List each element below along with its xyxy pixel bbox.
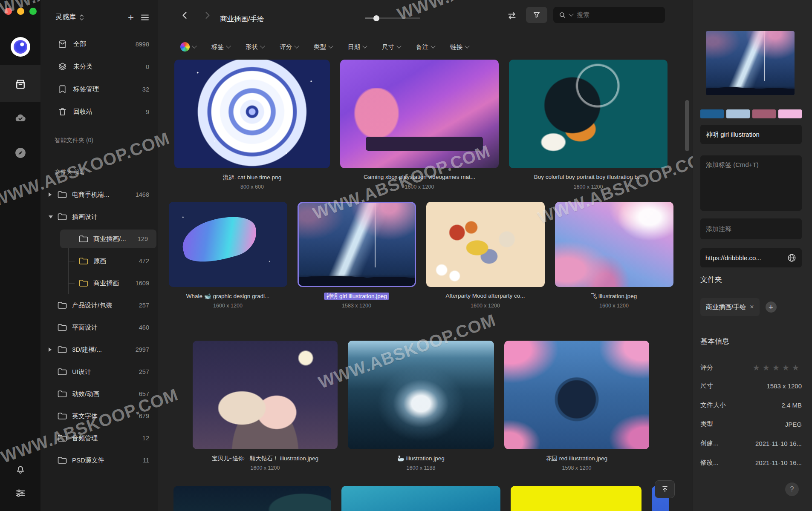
rating-stars[interactable]: ★★★★★ <box>753 363 802 373</box>
image-thumbnail[interactable] <box>555 202 673 287</box>
app-logo[interactable] <box>11 37 30 57</box>
palette-swatch[interactable] <box>778 109 802 118</box>
image-thumbnail[interactable] <box>509 60 668 168</box>
image-thumbnail[interactable] <box>173 486 331 511</box>
folder-tree-group: 商业插画/...129原画472商业插画1609 <box>68 230 158 294</box>
chevron-down-icon[interactable] <box>569 11 573 16</box>
image-thumbnail[interactable] <box>504 341 649 449</box>
grid-item <box>511 486 642 511</box>
image-filename: 神明 girl illustration.jpeg <box>298 293 416 302</box>
image-thumbnail[interactable] <box>341 486 500 511</box>
sidebar-item-all[interactable]: 全部8998 <box>40 33 158 55</box>
trash-icon <box>58 107 68 117</box>
remove-folder-icon[interactable]: × <box>750 303 754 311</box>
slider-knob[interactable] <box>373 15 379 21</box>
sidebar-item-trash[interactable]: 回收站9 <box>40 100 158 123</box>
folder-tree-item[interactable]: 英文字体679 <box>40 405 158 427</box>
image-dimensions: 1583 x 1200 <box>298 303 416 311</box>
zoom-window-button[interactable] <box>29 8 37 15</box>
filter-link[interactable]: 链接 <box>450 43 469 51</box>
folder-chip[interactable]: 商业插画/手绘 × <box>700 298 760 316</box>
add-to-folder-button[interactable]: + <box>766 301 777 313</box>
library-switcher[interactable]: 灵感库 + <box>40 0 158 22</box>
expand-arrow-icon[interactable] <box>49 347 52 352</box>
info-value: 2021-11-10 16... <box>755 459 802 466</box>
image-thumbnail[interactable] <box>340 60 499 168</box>
grid-item <box>341 486 500 511</box>
scroll-to-top-button[interactable] <box>655 480 675 498</box>
folder-tree-item[interactable]: 原画472 <box>69 250 158 272</box>
close-window-button[interactable] <box>5 8 12 15</box>
image-thumbnail[interactable] <box>193 341 338 449</box>
smart-folders-header[interactable]: 智能文件夹 (0) <box>40 137 158 144</box>
folder-tree-item[interactable]: PSD源文件11 <box>40 449 158 471</box>
image-title-input[interactable]: 神明 girl illustration <box>700 125 802 144</box>
scrollbar-thumb[interactable] <box>685 100 689 151</box>
filter-size[interactable]: 尺寸 <box>382 43 401 51</box>
tags-input[interactable]: 添加标签 (Cmd+T) <box>700 155 802 211</box>
filter-color[interactable] <box>180 42 196 52</box>
folders-header[interactable]: 文件夹 (32) <box>40 168 158 176</box>
folder-tree-item[interactable]: 动效/动画657 <box>40 383 158 405</box>
folder-icon <box>58 390 67 398</box>
filter-tags[interactable]: 标签 <box>211 43 230 51</box>
help-button[interactable]: ? <box>785 482 799 496</box>
folder-tree-item[interactable]: 商业插画/...129 <box>60 230 156 248</box>
sort-order-button[interactable] <box>506 10 517 21</box>
image-thumbnail[interactable] <box>298 202 416 287</box>
image-thumbnail[interactable] <box>348 341 494 449</box>
sidebar-menu-icon[interactable] <box>141 14 149 21</box>
folder-tree-item[interactable]: 产品设计/包装257 <box>40 294 158 316</box>
library-tab[interactable] <box>0 78 40 91</box>
minimize-window-button[interactable] <box>17 8 24 15</box>
cloud-sync-tab[interactable] <box>0 112 40 124</box>
selected-image-preview[interactable] <box>706 31 795 95</box>
filter-date[interactable]: 日期 <box>348 43 367 51</box>
tag-icon <box>58 84 68 95</box>
link-input[interactable]: https://dribbble.co... <box>700 248 802 267</box>
palette-swatch[interactable] <box>752 109 776 118</box>
image-thumbnail[interactable] <box>169 202 287 287</box>
filter-rating[interactable]: 评分 <box>280 43 298 51</box>
discover-tab[interactable] <box>0 146 40 159</box>
folder-tree-item[interactable]: 插画设计 <box>40 206 158 228</box>
note-input[interactable]: 添加注释 <box>700 218 802 239</box>
filter-type[interactable]: 类型 <box>314 43 332 51</box>
add-folder-button-top[interactable]: + <box>128 13 134 22</box>
image-thumbnail[interactable] <box>174 60 330 168</box>
filter-label: 尺寸 <box>382 43 394 51</box>
image-dimensions: 1600 x 1188 <box>348 465 494 474</box>
search-icon <box>558 11 566 19</box>
filter-note[interactable]: 备注 <box>416 43 435 51</box>
collapse-arrow-icon[interactable] <box>49 215 53 218</box>
palette-swatch[interactable] <box>700 109 724 118</box>
folder-count: 11 <box>140 457 149 464</box>
folder-tree-item[interactable]: 商业插画1609 <box>69 272 158 294</box>
folder-tree-item[interactable]: 平面设计460 <box>40 316 158 339</box>
image-thumbnail[interactable] <box>426 202 545 287</box>
image-dimensions: 1600 x 1200 <box>555 303 673 311</box>
search-box[interactable]: 搜索 <box>553 7 665 23</box>
back-button[interactable] <box>180 10 190 20</box>
expand-arrow-icon[interactable] <box>49 192 52 197</box>
grid-item: 花园 red illustration.jpeg1598 x 1200 <box>504 341 649 474</box>
folder-tree-item[interactable]: 3D/建模/...2997 <box>40 339 158 361</box>
sidebar-item-tags[interactable]: 标签管理32 <box>40 78 158 100</box>
folder-tree-item[interactable]: UI设计257 <box>40 361 158 383</box>
preferences-button[interactable] <box>0 487 40 499</box>
folder-icon <box>58 346 67 353</box>
globe-icon[interactable] <box>787 253 797 263</box>
image-thumbnail[interactable] <box>511 486 642 511</box>
filter-shape[interactable]: 形状 <box>246 43 264 51</box>
folder-tree-item[interactable]: 电商手机端...1468 <box>40 184 158 206</box>
filter-button[interactable] <box>526 7 547 23</box>
folder-tree-item[interactable]: 音频管理12 <box>40 427 158 449</box>
filter-label: 标签 <box>211 43 224 51</box>
palette-swatch[interactable] <box>726 109 750 118</box>
forward-button[interactable] <box>202 10 212 20</box>
thumbnail-size-slider[interactable] <box>365 17 420 19</box>
folder-icon <box>58 213 67 221</box>
bell-icon <box>14 463 26 475</box>
notifications-button[interactable] <box>0 463 40 475</box>
sidebar-item-uncategorized[interactable]: 未分类0 <box>40 55 158 78</box>
